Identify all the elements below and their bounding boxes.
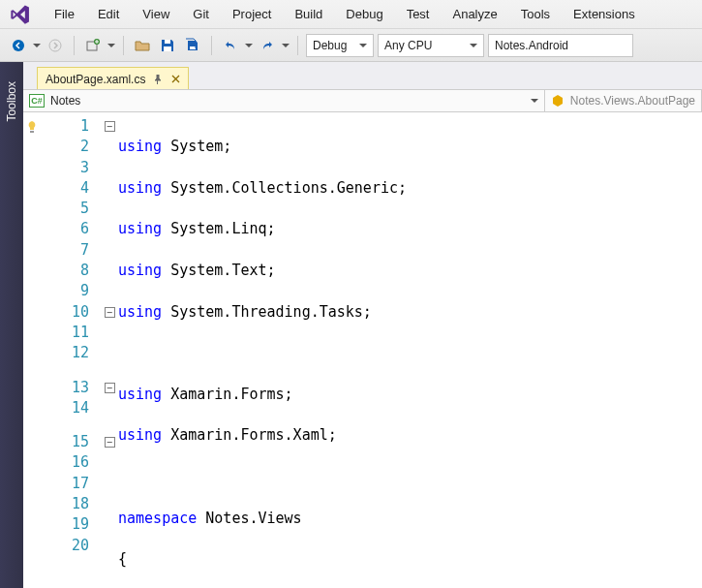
file-tab-label: AboutPage.xaml.cs <box>46 73 145 86</box>
navigation-bar: C# Notes Notes.Views.AboutPage <box>23 89 702 112</box>
menu-extensions[interactable]: Extensions <box>562 2 647 26</box>
menu-edit[interactable]: Edit <box>86 2 131 26</box>
toolbar: Debug Any CPU Notes.Android <box>0 29 702 62</box>
svg-point-0 <box>13 40 24 51</box>
editor-column: AboutPage.xaml.cs C# Notes Notes.Views.A… <box>23 62 702 588</box>
menu-bar: File Edit View Git Project Build Debug T… <box>43 2 647 26</box>
menu-project[interactable]: Project <box>221 2 283 26</box>
separator <box>74 36 75 55</box>
startup-value: Notes.Android <box>495 39 568 52</box>
svg-point-1 <box>49 40 61 51</box>
margin-hints <box>23 112 41 588</box>
fold-toggle[interactable]: − <box>105 121 115 132</box>
save-button[interactable] <box>157 35 178 56</box>
nav-project-dropdown[interactable]: C# Notes <box>23 90 545 111</box>
chevron-down-icon[interactable] <box>245 44 253 47</box>
config-dropdown[interactable]: Debug <box>306 34 374 57</box>
chevron-down-icon[interactable] <box>107 44 115 47</box>
lightbulb-icon[interactable] <box>25 120 39 134</box>
outline-margin: − − − − <box>101 112 118 588</box>
open-file-button[interactable] <box>132 35 153 56</box>
left-sidebar: Toolbox <box>0 62 23 588</box>
separator <box>123 36 124 55</box>
pin-icon[interactable] <box>153 75 163 84</box>
code-editor[interactable]: 1234567891011121314151617181920 − − − − … <box>23 112 702 588</box>
title-bar: File Edit View Git Project Build Debug T… <box>0 0 702 29</box>
main-area: Toolbox AboutPage.xaml.cs C# Notes Notes… <box>0 62 702 588</box>
separator <box>297 36 298 55</box>
menu-file[interactable]: File <box>43 2 86 26</box>
menu-test[interactable]: Test <box>395 2 442 26</box>
svg-rect-7 <box>30 131 34 133</box>
svg-rect-4 <box>164 46 171 51</box>
nav-back-button[interactable] <box>8 35 29 56</box>
nav-project-label: Notes <box>50 94 80 108</box>
menu-build[interactable]: Build <box>283 2 334 26</box>
chevron-down-icon <box>470 44 477 47</box>
fold-toggle[interactable]: − <box>105 383 115 393</box>
chevron-down-icon[interactable] <box>282 44 290 47</box>
nav-class-label: Notes.Views.AboutPage <box>570 94 695 108</box>
svg-rect-6 <box>190 46 196 49</box>
fold-toggle[interactable]: − <box>105 437 115 448</box>
platform-value: Any CPU <box>384 39 432 52</box>
close-icon[interactable] <box>170 75 180 84</box>
redo-button[interactable] <box>257 35 278 56</box>
undo-button[interactable] <box>220 35 241 56</box>
class-icon <box>551 94 565 108</box>
code-text[interactable]: using System; using System.Collections.G… <box>118 112 702 588</box>
chevron-down-icon <box>531 99 538 103</box>
menu-analyze[interactable]: Analyze <box>441 2 508 26</box>
toolbox-panel-tab[interactable]: Toolbox <box>3 72 20 131</box>
document-tabstrip: AboutPage.xaml.cs <box>23 62 702 89</box>
nav-forward-button[interactable] <box>45 35 66 56</box>
chevron-down-icon <box>359 44 367 47</box>
menu-view[interactable]: View <box>131 2 181 26</box>
csharp-icon: C# <box>29 94 45 108</box>
separator <box>211 36 212 55</box>
line-numbers: 1234567891011121314151617181920 <box>41 112 101 588</box>
chevron-down-icon[interactable] <box>33 44 41 47</box>
file-tab-aboutpage[interactable]: AboutPage.xaml.cs <box>37 67 189 90</box>
save-all-button[interactable] <box>182 35 203 56</box>
new-project-button[interactable] <box>82 35 104 56</box>
platform-dropdown[interactable]: Any CPU <box>378 34 484 57</box>
config-value: Debug <box>313 39 347 52</box>
menu-git[interactable]: Git <box>181 2 221 26</box>
nav-class-dropdown[interactable]: Notes.Views.AboutPage <box>545 90 702 111</box>
svg-rect-5 <box>165 40 170 44</box>
vs-logo-icon <box>10 4 31 25</box>
startup-project-dropdown[interactable]: Notes.Android <box>488 34 633 57</box>
menu-debug[interactable]: Debug <box>334 2 394 26</box>
fold-toggle[interactable]: − <box>105 307 115 318</box>
menu-tools[interactable]: Tools <box>509 2 562 26</box>
